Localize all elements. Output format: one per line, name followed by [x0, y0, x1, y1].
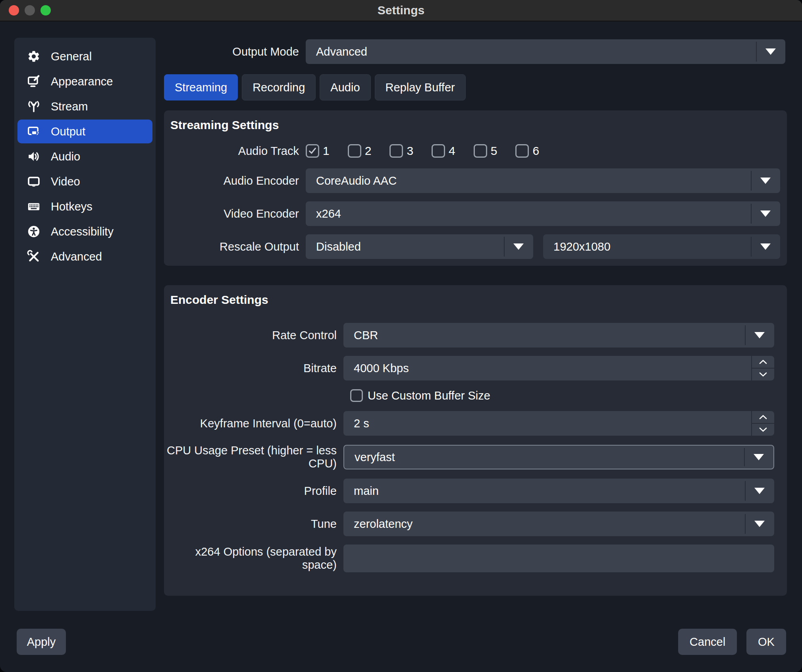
encoder-settings-title: Encoder Settings: [170, 293, 787, 307]
sidebar-item-label: General: [51, 50, 92, 63]
sidebar-item-audio[interactable]: Audio: [17, 145, 152, 168]
chevron-up-icon: [759, 359, 767, 364]
gear-icon: [27, 50, 40, 63]
chevron-down-icon: [754, 332, 765, 338]
bitrate-increment-button[interactable]: [752, 356, 774, 368]
rescale-mode-value: Disabled: [306, 240, 361, 253]
sidebar-item-advanced[interactable]: Advanced: [17, 245, 152, 268]
sidebar-item-label: Advanced: [51, 250, 102, 263]
audio-encoder-row: Audio Encoder CoreAudio AAC: [164, 168, 780, 193]
sidebar-item-label: Audio: [51, 150, 80, 163]
audio-track-2: 2: [348, 144, 372, 158]
keyframe-increment-button[interactable]: [752, 411, 774, 423]
output-mode-label: Output Mode: [164, 45, 306, 58]
tab-recording[interactable]: Recording: [242, 74, 316, 100]
rate-control-row: Rate Control CBR: [164, 323, 774, 348]
audio-track-1: 1: [306, 144, 330, 158]
chevron-down-icon: [765, 48, 776, 55]
profile-row: Profile main: [164, 479, 774, 503]
streaming-settings-panel: Streaming Settings Audio Track 1 2 3 4 5: [164, 110, 787, 266]
sidebar-item-label: Output: [51, 125, 85, 138]
audio-track-1-label: 1: [323, 144, 330, 158]
rescale-mode-select[interactable]: Disabled: [306, 234, 533, 259]
audio-track-4: 4: [432, 144, 455, 158]
sidebar-item-accessibility[interactable]: Accessibility: [17, 220, 152, 243]
tune-value: zerolatency: [343, 518, 413, 531]
chevron-down-icon: [513, 243, 524, 250]
sidebar-item-output[interactable]: Output: [17, 120, 152, 143]
tune-select[interactable]: zerolatency: [343, 512, 774, 536]
ok-button[interactable]: OK: [746, 629, 786, 655]
audio-track-3-checkbox[interactable]: [389, 144, 403, 158]
cancel-button[interactable]: Cancel: [678, 629, 737, 655]
audio-track-6-checkbox[interactable]: [515, 144, 529, 158]
audio-track-4-checkbox[interactable]: [432, 144, 445, 158]
audio-track-6: 6: [515, 144, 539, 158]
rate-control-value: CBR: [343, 329, 378, 342]
rescale-output-row: Rescale Output Disabled 1920x1080: [164, 234, 780, 259]
audio-track-1-checkbox[interactable]: [306, 144, 319, 158]
x264-options-label: x264 Options (separated by space): [164, 545, 343, 572]
sidebar-item-label: Hotkeys: [51, 200, 93, 213]
sidebar-item-video[interactable]: Video: [17, 170, 152, 193]
output-mode-select[interactable]: Advanced: [306, 39, 785, 64]
sidebar-item-hotkeys[interactable]: Hotkeys: [17, 195, 152, 218]
minimize-icon[interactable]: [25, 5, 35, 15]
chevron-down-icon: [754, 454, 764, 460]
audio-encoder-select[interactable]: CoreAudio AAC: [306, 168, 780, 193]
x264-options-row: x264 Options (separated by space): [164, 545, 774, 572]
antenna-icon: [27, 100, 40, 113]
tune-label: Tune: [164, 518, 343, 531]
sidebar-item-label: Appearance: [51, 75, 113, 88]
sidebar-item-label: Accessibility: [51, 225, 114, 238]
speaker-icon: [27, 150, 40, 163]
rescale-resolution-select[interactable]: 1920x1080: [543, 234, 780, 259]
output-tabs: Streaming Recording Audio Replay Buffer: [164, 74, 466, 100]
tab-streaming[interactable]: Streaming: [164, 74, 238, 100]
profile-select[interactable]: main: [343, 479, 774, 503]
bitrate-value: 4000 Kbps: [343, 362, 409, 375]
settings-sidebar: General Appearance Stream Output Audio: [14, 38, 156, 611]
chevron-down-icon: [760, 210, 771, 217]
bitrate-decrement-button[interactable]: [752, 368, 774, 380]
rate-control-select[interactable]: CBR: [343, 323, 774, 348]
audio-track-2-checkbox[interactable]: [348, 144, 361, 158]
tab-replay-buffer[interactable]: Replay Buffer: [375, 74, 466, 100]
video-encoder-select[interactable]: x264: [306, 201, 780, 226]
audio-encoder-label: Audio Encoder: [164, 174, 306, 187]
close-icon[interactable]: [9, 5, 19, 15]
audio-track-2-label: 2: [365, 144, 372, 158]
sidebar-item-label: Stream: [51, 100, 88, 113]
keyframe-interval-stepper[interactable]: 2 s: [343, 411, 774, 436]
traffic-lights: [9, 5, 51, 15]
x264-options-input[interactable]: [343, 545, 774, 572]
audio-track-6-label: 6: [532, 144, 539, 158]
cpu-preset-row: CPU Usage Preset (higher = less CPU) ver…: [164, 444, 774, 470]
tools-icon: [27, 250, 40, 263]
display-pen-icon: [27, 75, 40, 88]
audio-track-label: Audio Track: [164, 145, 306, 158]
tab-audio[interactable]: Audio: [320, 74, 370, 100]
video-encoder-row: Video Encoder x264: [164, 201, 780, 226]
titlebar: Settings: [0, 0, 802, 21]
custom-buffer-row: Use Custom Buffer Size: [350, 389, 774, 402]
keyframe-decrement-button[interactable]: [752, 423, 774, 436]
sidebar-item-appearance[interactable]: Appearance: [17, 70, 152, 93]
sidebar-item-general[interactable]: General: [17, 44, 152, 68]
profile-label: Profile: [164, 485, 343, 498]
custom-buffer-checkbox[interactable]: [350, 389, 363, 402]
video-encoder-label: Video Encoder: [164, 207, 306, 220]
video-encoder-value: x264: [306, 207, 341, 220]
bitrate-stepper[interactable]: 4000 Kbps: [343, 356, 774, 380]
tune-row: Tune zerolatency: [164, 512, 774, 536]
apply-button[interactable]: Apply: [17, 629, 66, 655]
audio-track-5-checkbox[interactable]: [474, 144, 487, 158]
sidebar-item-stream[interactable]: Stream: [17, 95, 152, 118]
monitor-icon: [27, 175, 40, 188]
rescale-resolution-value: 1920x1080: [543, 240, 611, 253]
window-title: Settings: [378, 4, 424, 17]
cpu-preset-value: veryfast: [344, 451, 395, 464]
cpu-preset-select[interactable]: veryfast: [343, 445, 774, 469]
zoom-icon[interactable]: [40, 5, 51, 15]
encoder-settings-panel: Encoder Settings Rate Control CBR Bitrat…: [164, 285, 787, 596]
